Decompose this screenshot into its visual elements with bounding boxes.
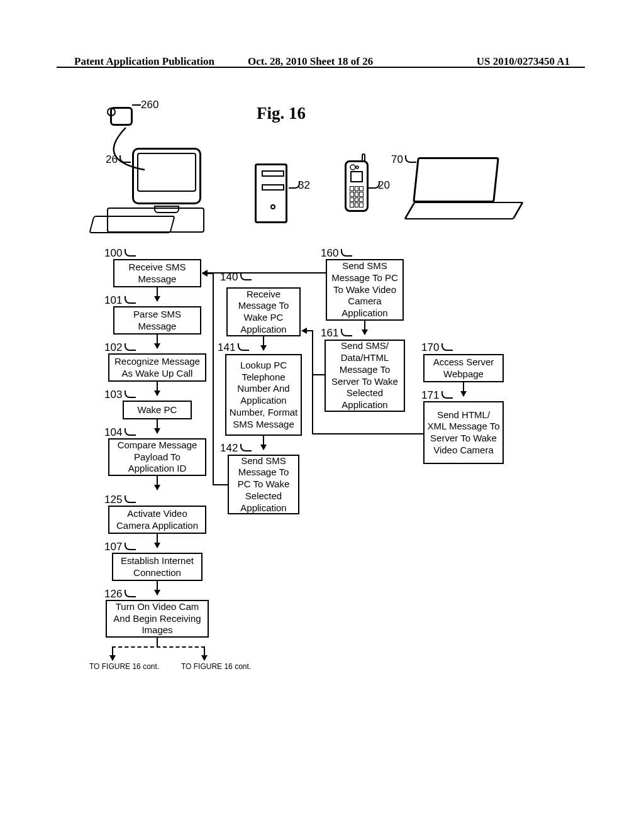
step-161: Send SMS/ Data/HTML Message To Server To… [325, 340, 405, 412]
step-104: Compare Message Payload To Application I… [108, 438, 206, 476]
header-center: Oct. 28, 2010 Sheet 18 of 26 [248, 55, 373, 68]
step-107: Establish Internet Connection [112, 553, 203, 581]
cable-curve [101, 123, 226, 179]
header-rule [57, 67, 585, 68]
step-171: Send HTML/ XML Message To Server To Wake… [423, 401, 504, 464]
ref-103: 103 [104, 389, 122, 401]
step-160: Send SMS Message To PC To Wake Video Cam… [326, 259, 404, 321]
header-right: US 2010/0273450 A1 [477, 55, 570, 68]
ref-125: 125 [104, 494, 122, 506]
step-101: Parse SMS Message [113, 306, 201, 335]
step-170: Access Server Webpage [423, 354, 504, 382]
ref-104: 104 [104, 426, 122, 439]
step-100: Receive SMS Message [113, 259, 201, 287]
ref-142: 142 [220, 442, 238, 455]
ref-70: 70 [391, 153, 403, 166]
ref-126: 126 [104, 588, 122, 600]
ref-100: 100 [104, 247, 122, 260]
pc-keyboard-icon [89, 216, 175, 233]
step-103: Wake PC [123, 401, 192, 419]
ref-161: 161 [321, 327, 338, 340]
ref-107: 107 [104, 541, 122, 553]
step-140: Receive Message To Wake PC Application [226, 287, 301, 336]
continuation-right: TO FIGURE 16 cont. [181, 662, 251, 671]
arrow-142-to-100 [203, 273, 214, 274]
ref-102: 102 [104, 341, 122, 354]
ref-141: 141 [218, 341, 235, 354]
step-142: Send SMS Message To PC To Wake Selected … [228, 455, 299, 514]
ref-160: 160 [321, 247, 338, 260]
svg-point-1 [356, 166, 358, 169]
arrow-160-to-100 [203, 272, 326, 274]
svg-point-0 [350, 165, 355, 170]
phone-icon [345, 160, 369, 212]
ref-170: 170 [421, 341, 439, 354]
server-tower-icon [255, 163, 287, 223]
figure-title: Fig. 16 [257, 104, 306, 123]
arrow-161-to-140 [302, 330, 313, 331]
step-125: Activate Video Camera Application [108, 506, 206, 534]
step-102: Recognize Message As Wake Up Call [108, 353, 206, 382]
continuation-left: TO FIGURE 16 cont. [89, 662, 159, 671]
step-126: Turn On Video Cam And Begin Receiving Im… [106, 600, 209, 638]
ref-101: 101 [104, 294, 122, 307]
ref-171: 171 [421, 389, 439, 402]
laptop-icon [409, 157, 519, 223]
ref-260: 260 [141, 99, 158, 111]
step-141: Lookup PC Telephone Number And Applicati… [225, 354, 302, 436]
header-left: Patent Application Publication [74, 55, 214, 68]
